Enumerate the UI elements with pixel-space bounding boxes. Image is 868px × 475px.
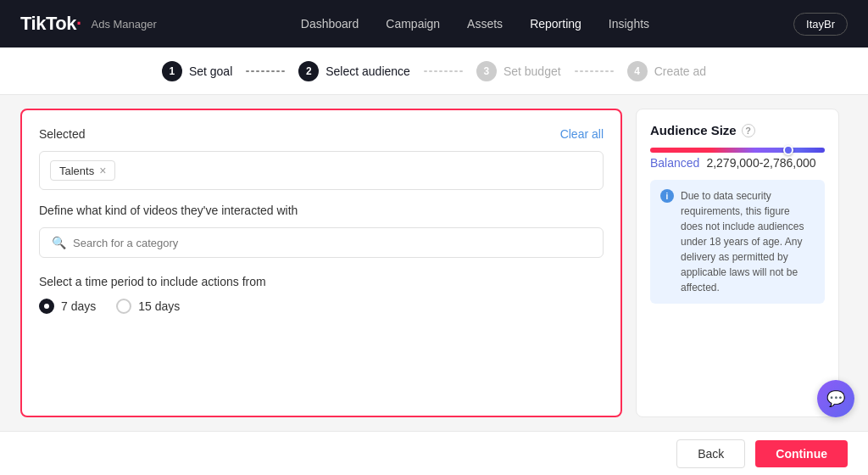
clear-all-button[interactable]: Clear all: [560, 127, 604, 141]
search-icon: 🔍: [52, 236, 66, 249]
step-2-label: Select audience: [326, 64, 410, 78]
radio-7-days[interactable]: 7 days: [39, 299, 96, 314]
chat-bubble-button[interactable]: 💬: [817, 380, 854, 417]
nav-insights[interactable]: Insights: [609, 17, 649, 31]
category-search-input[interactable]: [73, 237, 591, 249]
main-content: Selected Clear all Talents × Define what…: [0, 95, 868, 431]
nav-campaign[interactable]: Campaign: [386, 17, 440, 31]
radio-15-days-label: 15 days: [138, 299, 180, 313]
step-dots-2: [424, 70, 463, 72]
header: TikTok· Ads Manager Dashboard Campaign A…: [0, 0, 868, 48]
main-nav: Dashboard Campaign Assets Reporting Insi…: [301, 17, 649, 31]
tag-talents: Talents ×: [50, 160, 115, 181]
step-dots-1: [246, 70, 285, 72]
step-3-label: Set budget: [504, 64, 561, 78]
info-text: Due to data security requirements, this …: [681, 188, 815, 295]
define-label: Define what kind of videos they've inter…: [39, 204, 604, 217]
logo-section: TikTok· Ads Manager: [20, 13, 157, 35]
help-icon[interactable]: ?: [742, 124, 755, 137]
back-button[interactable]: Back: [676, 439, 745, 468]
logo-dot: ·: [76, 13, 81, 34]
audience-count: 2,279,000-2,786,000: [706, 156, 815, 170]
chat-icon: 💬: [826, 389, 845, 408]
nav-reporting[interactable]: Reporting: [530, 17, 581, 31]
nav-assets[interactable]: Assets: [467, 17, 503, 31]
time-period-label: Select a time period to include actions …: [39, 275, 604, 288]
gauge-indicator: [783, 145, 793, 155]
tag-label: Talents: [59, 165, 94, 177]
info-box: i Due to data security requirements, thi…: [650, 180, 825, 304]
radio-7-days-circle: [39, 299, 54, 314]
audience-gauge: [650, 148, 825, 153]
user-button[interactable]: ItayBr: [793, 13, 848, 36]
step-1: 1 Set goal: [162, 61, 232, 81]
step-3-circle: 3: [476, 61, 497, 81]
selected-label: Selected: [39, 127, 85, 141]
bottom-bar: Back Continue: [0, 431, 868, 475]
continue-button[interactable]: Continue: [755, 440, 848, 467]
step-2-circle: 2: [298, 61, 319, 81]
radio-7-days-label: 7 days: [61, 299, 96, 313]
step-4-label: Create ad: [654, 64, 706, 78]
logo: TikTok·: [20, 13, 81, 35]
header-right: ItayBr: [793, 13, 848, 36]
tag-remove-button[interactable]: ×: [99, 164, 106, 177]
steps-bar: 1 Set goal 2 Select audience 3 Set budge…: [0, 48, 868, 95]
step-4-circle: 4: [627, 61, 648, 81]
step-4: 4 Create ad: [627, 61, 706, 81]
balanced-row: Balanced 2,279,000-2,786,000: [650, 156, 825, 170]
balanced-label: Balanced: [650, 156, 699, 170]
step-1-label: Set goal: [189, 64, 232, 78]
step-2: 2 Select audience: [298, 61, 410, 81]
time-period-radio-group: 7 days 15 days: [39, 299, 604, 314]
nav-dashboard[interactable]: Dashboard: [301, 17, 359, 31]
radio-15-days[interactable]: 15 days: [116, 299, 180, 314]
category-search-box[interactable]: 🔍: [39, 227, 604, 258]
info-icon: i: [660, 189, 674, 203]
selected-header: Selected Clear all: [39, 127, 604, 141]
tags-area: Talents ×: [39, 151, 604, 190]
step-dots-3: [575, 70, 614, 72]
audience-size-title: Audience Size ?: [650, 123, 825, 137]
step-3: 3 Set budget: [476, 61, 561, 81]
audience-size-panel: Audience Size ? Balanced 2,279,000-2,786…: [636, 109, 839, 417]
step-1-circle: 1: [162, 61, 182, 81]
ads-manager-label: Ads Manager: [92, 18, 157, 31]
audience-form: Selected Clear all Talents × Define what…: [20, 109, 622, 417]
radio-15-days-circle: [116, 299, 131, 314]
